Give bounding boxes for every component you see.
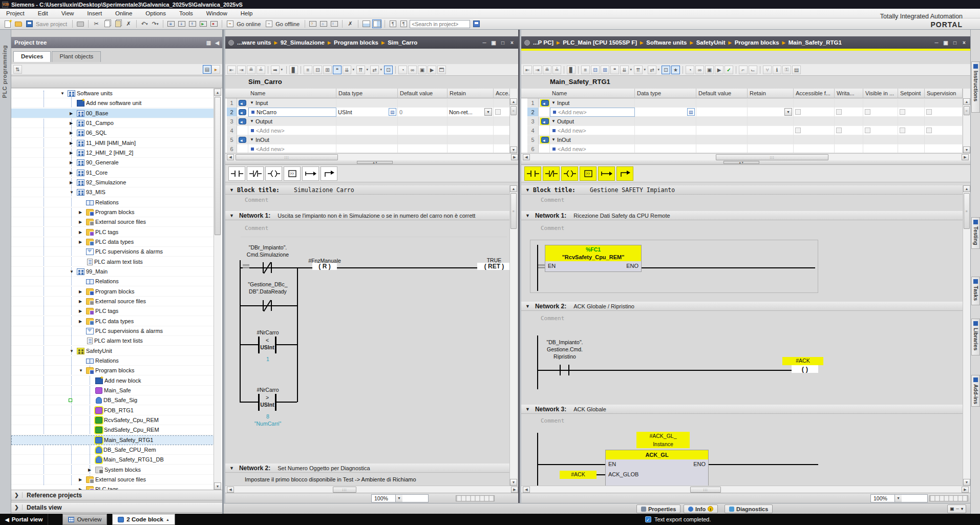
nc-contact-icon[interactable]: [543, 166, 560, 181]
tree-expander-icon[interactable]: ▶: [79, 240, 86, 244]
compare1-value[interactable]: 1: [236, 355, 300, 363]
tree-expander-icon[interactable]: ▶: [70, 111, 77, 116]
search-input[interactable]: [410, 20, 470, 28]
no-contact-icon[interactable]: [228, 166, 245, 181]
float-icon[interactable]: □: [499, 39, 507, 47]
tree-expander-icon[interactable]: ▶: [70, 160, 77, 165]
tree-item[interactable]: Relations: [11, 277, 215, 286]
tree-item[interactable]: ▶92_Simulazione: [11, 178, 215, 187]
open-portal-view-icon[interactable]: [472, 19, 481, 28]
save-project-label[interactable]: Save project: [36, 21, 67, 27]
ack-coil[interactable]: ( ): [792, 365, 818, 373]
tree-expander-icon[interactable]: ▶: [70, 171, 77, 175]
tree-item[interactable]: DB_Safe_CPU_Rem: [11, 445, 215, 455]
checkbox[interactable]: [900, 109, 905, 115]
network1-title[interactable]: Ricezione Dati Safety da CPU Remote: [573, 213, 670, 219]
breadcrumb-item[interactable]: Main_Safety_RTG1: [789, 39, 842, 46]
row-name[interactable]: Output: [255, 117, 272, 126]
sim-block-title-value[interactable]: Simulazione Carro: [294, 186, 354, 194]
compare2-value[interactable]: 8: [236, 413, 300, 420]
comment-toggle-icon[interactable]: ❝: [333, 66, 342, 74]
column-header[interactable]: Accessible f...: [794, 89, 835, 98]
tree-item[interactable]: PLC alarm text lists: [11, 257, 215, 267]
expand-all-icon[interactable]: ⊞: [323, 66, 332, 74]
datatype-picker-icon[interactable]: [687, 108, 695, 116]
copy-icon[interactable]: [102, 19, 112, 28]
breadcrumb-item[interactable]: Program blocks: [334, 39, 378, 46]
tree-item[interactable]: Relations: [11, 356, 215, 366]
collapse-all-icon[interactable]: ⊟: [313, 66, 322, 74]
start-cpu-icon[interactable]: ▶: [199, 19, 208, 28]
ackgl-eno-pin[interactable]: ENO: [693, 461, 706, 467]
ackgl-en-pin[interactable]: EN: [608, 461, 616, 467]
sim-ladder-hscrollbar[interactable]: ◀ ⁞⁞⁞ ▶: [225, 486, 520, 493]
safety-consistency-icon[interactable]: ✓: [725, 66, 733, 74]
safety-zoom-select[interactable]: 100%▼: [870, 494, 928, 502]
open-project-icon[interactable]: [14, 19, 23, 28]
float-icon[interactable]: □: [951, 39, 959, 47]
tree-expander-icon[interactable]: ▶: [79, 289, 86, 294]
safety-splitter[interactable]: ▲▼: [521, 160, 970, 165]
tree-item[interactable]: ▶Program blocks: [11, 207, 215, 217]
safety-network3-header[interactable]: ▼ Network 3: ACK Globale: [521, 405, 963, 414]
tab-testing[interactable]: Testing: [971, 217, 980, 249]
tree-item[interactable]: ▶06_SQL: [11, 128, 215, 138]
details-view-bar[interactable]: ❯Details view: [11, 502, 222, 513]
split-editor-vertical-icon[interactable]: [372, 19, 381, 28]
sim-block-comment[interactable]: Comment: [245, 197, 268, 203]
menu-view[interactable]: View: [61, 10, 74, 16]
go-offline-label[interactable]: Go offline: [275, 21, 300, 27]
table-row[interactable]: 1▼Input: [225, 98, 511, 108]
tree-item[interactable]: ▼Program blocks: [11, 366, 215, 375]
network2-title[interactable]: Set Numero Oggetto per Diagnostica: [278, 465, 370, 471]
tree-item[interactable]: ▶11_HMI [HMI_Main]: [11, 138, 215, 148]
tree-expander-icon[interactable]: ▶: [79, 220, 86, 224]
column-header[interactable]: Data type: [635, 89, 696, 98]
delete-row-icon[interactable]: ⇥: [533, 66, 542, 74]
load-start-values-icon[interactable]: ▶: [715, 66, 723, 74]
tree-item[interactable]: ▶PLC data types: [11, 237, 215, 247]
print-preview-icon[interactable]: ▤: [792, 66, 801, 74]
tab-instructions[interactable]: Instructions: [971, 61, 980, 113]
checkbox[interactable]: [865, 109, 870, 115]
open-branch-icon[interactable]: [598, 166, 615, 181]
close-all-icon[interactable]: ✗: [346, 19, 355, 28]
tree-item[interactable]: Relations: [11, 198, 215, 207]
fc1-eno-pin[interactable]: ENO: [626, 263, 638, 269]
go-online-label[interactable]: Go online: [237, 21, 261, 27]
absolute-relative-icon[interactable]: ⊡: [384, 66, 393, 74]
delete-row-icon[interactable]: ⇥: [237, 66, 246, 74]
safety-network3-comment[interactable]: Comment: [541, 417, 564, 424]
column-header[interactable]: Default value: [398, 89, 448, 98]
compare1-type[interactable]: USInt: [255, 344, 280, 350]
upload-snapshot-icon[interactable]: ⇈: [634, 66, 643, 74]
add-row-after-icon[interactable]: ≟: [257, 66, 265, 74]
retain-dropdown-icon[interactable]: ▼: [484, 108, 492, 116]
sim-table-scrollbar[interactable]: ▲ ≡ ▼: [509, 89, 517, 153]
ackgl-block[interactable]: ACK_GL EN ENO ACK_GLOB: [605, 450, 709, 486]
table-row[interactable]: 4<Add new>: [521, 126, 963, 135]
tree-item[interactable]: Add new block: [11, 376, 215, 386]
download-snapshot-icon[interactable]: ⇊: [620, 66, 629, 74]
jump-label-icon[interactable]: ⌙: [749, 66, 757, 74]
nc-contact-icon[interactable]: [247, 166, 264, 181]
code-blocks-tab[interactable]: 2 Code block ▲: [112, 514, 175, 525]
sim-editor-titlebar[interactable]: ...ware units▶ 92_Simulazione▶ Program b…: [225, 36, 518, 49]
table-row[interactable]: 5▼InOut: [521, 135, 963, 144]
properties-tab[interactable]: Properties: [636, 505, 680, 513]
contact2-operand[interactable]: "Gestione_DBc_DB".DataReady: [236, 281, 300, 295]
column-header[interactable]: Retain: [748, 89, 794, 98]
checkbox[interactable]: [495, 109, 501, 115]
tree-expander-icon[interactable]: ▼: [60, 91, 68, 96]
inspector-window-buttons[interactable]: ▣─▾: [947, 505, 966, 513]
tab-tasks[interactable]: Tasks: [971, 277, 980, 305]
tree-expander-icon[interactable]: ▼: [79, 368, 86, 373]
compare2-symbol[interactable]: >: [258, 394, 276, 401]
tree-item[interactable]: Main_Safety_RTG1_DB: [11, 455, 215, 465]
snapshot-icon[interactable]: ▣: [418, 66, 427, 74]
monitor-all-icon[interactable]: ◔: [686, 66, 694, 74]
tree-expander-icon[interactable]: ▶: [70, 180, 77, 185]
tree-item[interactable]: ▼Software units: [11, 89, 215, 98]
tree-expander-icon[interactable]: ▶: [79, 477, 86, 482]
fc1-block[interactable]: %FC1 "RcvSafety_Cpu_REM" EN ENO: [545, 245, 642, 272]
